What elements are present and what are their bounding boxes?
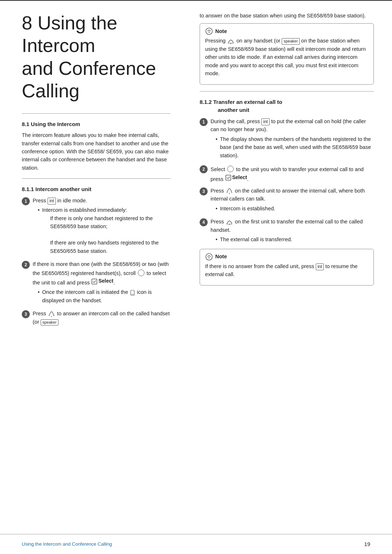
- section-rule-3: [200, 91, 374, 92]
- int-key-1: int: [48, 198, 56, 205]
- note-2-label: Note: [215, 253, 227, 261]
- svg-rect-1: [131, 290, 134, 295]
- step-1-sub: If there is only one handset registered …: [42, 214, 171, 255]
- continuation-text: to answer on the base station when using…: [200, 12, 374, 20]
- step-812-4-bullet: The external call is transferred.: [216, 235, 374, 243]
- step-1-bullets: Intercom is established immediately: If …: [33, 206, 171, 255]
- section-81-body: The intercom feature allows you to make …: [22, 131, 171, 172]
- select-label-2: Select: [232, 174, 247, 182]
- chapter-title-line1: Using the Intercom: [22, 12, 117, 56]
- select-icon-svg-2: [225, 174, 232, 181]
- chapter-title-line3: Calling: [22, 80, 79, 101]
- note-1-label: Note: [215, 28, 227, 36]
- chapter-title: 8 Using the Intercom and Conference Call…: [22, 12, 171, 102]
- step-3: 3 Press to answer an intercom call on th…: [22, 310, 171, 326]
- step-812-2: 2 Select to the unit you wish to transfe…: [200, 165, 374, 183]
- speaker-key-2: speaker: [282, 38, 299, 44]
- step-812-4: 4 Press on the first unit to transfer th…: [200, 218, 374, 245]
- section-rule-2: [22, 178, 171, 179]
- step-3-num: 3: [22, 310, 30, 318]
- section-812-heading-line1: 8.1.2 Transfer an external call to: [200, 99, 282, 105]
- note-2-header: Note: [205, 253, 368, 261]
- note-1-header: Note: [205, 27, 368, 35]
- select-btn-1: Select: [91, 277, 113, 285]
- step-812-3-content: Press on the called unit to answer the i…: [211, 187, 374, 214]
- chapter-number: 8: [22, 12, 32, 33]
- note-2-text: If there is no answer from the called un…: [205, 262, 368, 279]
- talk-key-icon-2: [225, 188, 233, 194]
- step-812-3-num: 3: [200, 187, 208, 195]
- talk-key-icon: [48, 311, 56, 318]
- step-list-811: 1 Press int in idle mode. Intercom is es…: [22, 197, 171, 326]
- step-812-1-num: 1: [200, 118, 208, 126]
- step-812-2-content: Select to the unit you wish to transfer …: [211, 165, 374, 183]
- step-1-bullet-1: Intercom is established immediately: If …: [38, 206, 171, 255]
- phone-handset-icon: [130, 290, 135, 296]
- int-key-3: int: [316, 263, 324, 270]
- page: 8 Using the Intercom and Conference Call…: [0, 0, 392, 554]
- step-812-4-bullets: The external call is transferred.: [211, 235, 374, 243]
- svg-rect-8: [226, 175, 231, 180]
- step-812-4-num: 4: [200, 218, 208, 226]
- section-81-heading: 8.1 Using the Intercom: [22, 120, 171, 129]
- section-812-heading: 8.1.2 Transfer an external call to anoth…: [200, 98, 374, 114]
- step-1: 1 Press int in idle mode. Intercom is es…: [22, 197, 171, 256]
- scroll-icon-2: [227, 166, 234, 172]
- section-rule-1: [22, 113, 171, 114]
- step-2: 2 If there is more than one (with the SE…: [22, 260, 171, 306]
- footer: Using the Intercom and Conference Callin…: [0, 534, 392, 554]
- footer-left-text: Using the Intercom and Conference Callin…: [22, 541, 112, 548]
- select-icon-svg: [91, 278, 98, 285]
- step-812-1-content: During the call, press int to put the ex…: [211, 117, 374, 161]
- step-2-content: If there is more than one (with the SE65…: [33, 260, 171, 306]
- step-1-content: Press int in idle mode. Intercom is esta…: [33, 197, 171, 256]
- step-2-bullets: Once the intercom call is initiated the …: [33, 288, 171, 304]
- end-key-icon-1: [227, 39, 235, 44]
- right-column: to answer on the base station when using…: [185, 1, 392, 534]
- step-3-content: Press to answer an intercom call on the …: [33, 310, 171, 326]
- content-area: 8 Using the Intercom and Conference Call…: [0, 1, 392, 534]
- step-812-3: 3 Press on the called unit to answer the…: [200, 187, 374, 214]
- step-812-3-bullet: Intercom is established.: [216, 205, 374, 213]
- step-2-bullet-1: Once the intercom call is initiated the …: [38, 288, 171, 304]
- select-btn-2: Select: [225, 174, 247, 182]
- step-812-1-bullet: The display shows the numbers of the han…: [216, 135, 374, 159]
- scroll-icon-1: [138, 270, 144, 276]
- step-2-num: 2: [22, 261, 30, 269]
- note-box-2: Note If there is no answer from the call…: [200, 249, 374, 286]
- section-812-heading-line2: another unit: [200, 107, 249, 113]
- step-812-3-bullets: Intercom is established.: [211, 205, 374, 213]
- step-812-2-num: 2: [200, 165, 208, 173]
- note-1-text: Pressing on any handset (or speaker on t…: [205, 37, 368, 77]
- section-811-heading: 8.1.1 Intercom another unit: [22, 185, 171, 194]
- left-column: 8 Using the Intercom and Conference Call…: [0, 1, 185, 534]
- step-812-1: 1 During the call, press int to put the …: [200, 117, 374, 161]
- svg-rect-0: [92, 279, 97, 284]
- note-icon-1: [205, 27, 213, 35]
- int-key-2: int: [261, 118, 270, 125]
- end-key-icon-2: [225, 219, 233, 225]
- note-icon-2: [205, 253, 213, 261]
- footer-page-number: 19: [364, 540, 370, 549]
- step-812-1-bullets: The display shows the numbers of the han…: [211, 135, 374, 159]
- step-list-812: 1 During the call, press int to put the …: [200, 117, 374, 245]
- select-label-1: Select: [98, 277, 113, 285]
- speaker-key-1: speaker: [41, 319, 58, 325]
- note-box-1: Note Pressing on any handset (or speaker…: [200, 23, 374, 84]
- chapter-title-line2: and Conference: [22, 58, 156, 79]
- step-812-4-content: Press on the first unit to transfer the …: [211, 218, 374, 245]
- step-1-num: 1: [22, 197, 30, 205]
